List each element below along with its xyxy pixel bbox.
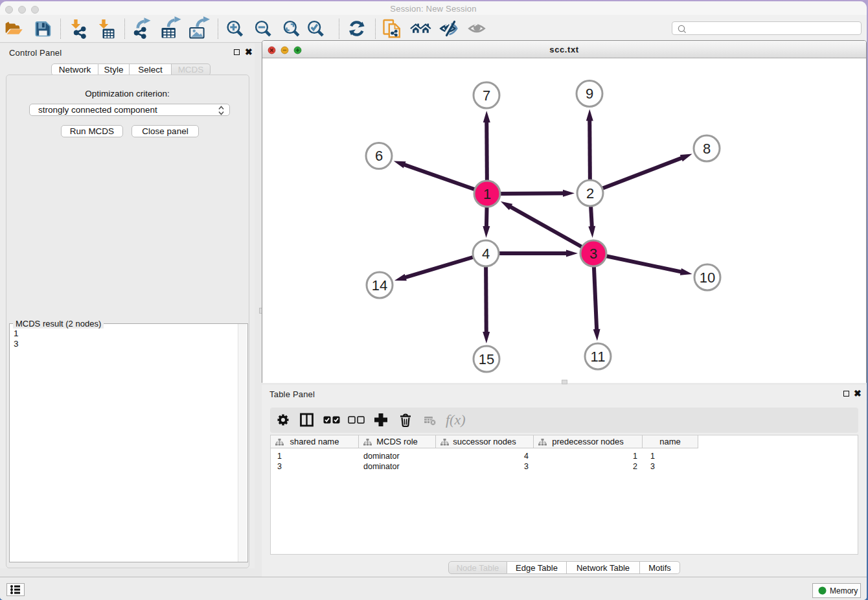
svg-text:8: 8 [703, 141, 711, 157]
svg-text:14: 14 [372, 277, 387, 294]
svg-text:6: 6 [375, 148, 383, 164]
svg-text:7: 7 [483, 87, 490, 104]
svg-text:10: 10 [700, 270, 715, 286]
svg-text:15: 15 [479, 351, 494, 367]
svg-text:11: 11 [591, 349, 606, 365]
svg-text:4: 4 [482, 246, 490, 262]
svg-text:9: 9 [586, 86, 593, 102]
svg-text:1: 1 [483, 186, 491, 202]
svg-text:3: 3 [589, 246, 597, 262]
svg-text:2: 2 [586, 185, 594, 202]
svg-text:f(x): f(x) [446, 411, 466, 428]
